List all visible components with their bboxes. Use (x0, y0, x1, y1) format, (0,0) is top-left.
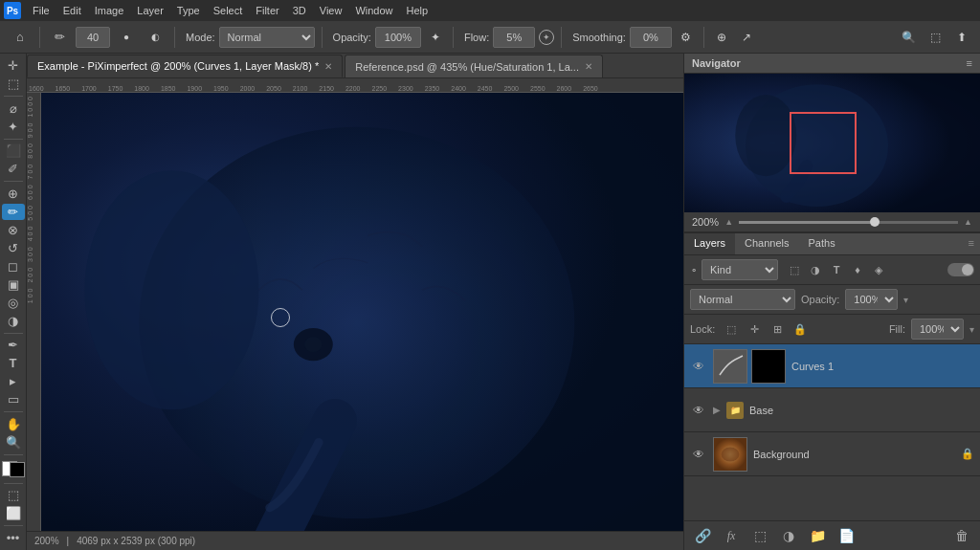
workspace-icon[interactable]: ⬚ (924, 27, 946, 48)
marquee-tool[interactable]: ⬚ (2, 76, 25, 92)
layer-vis-base[interactable]: 👁 (690, 402, 707, 419)
hand-tool[interactable]: ✋ (2, 416, 25, 432)
layer-vis-curves1[interactable]: 👁 (690, 358, 707, 375)
tab-channels[interactable]: Channels (735, 233, 798, 254)
dodge-tool[interactable]: ◑ (2, 313, 25, 329)
menu-file[interactable]: File (27, 3, 56, 18)
layer-fx-btn[interactable]: fx (721, 525, 742, 546)
opacity-pressure-icon[interactable]: ✦ (425, 27, 446, 48)
zoom-max-icon[interactable]: ▲ (964, 217, 972, 227)
smoothing-settings-icon[interactable]: ⚙ (676, 27, 697, 48)
text-tool[interactable]: T (2, 355, 25, 371)
brush-size-icon[interactable]: ● (114, 25, 139, 50)
filter-adjust-icon[interactable]: ◑ (807, 261, 824, 278)
zoom-slider[interactable] (739, 221, 958, 224)
layers-panel-options-icon[interactable]: ≡ (963, 233, 980, 254)
clone-stamp-tool[interactable]: ⊗ (2, 222, 25, 238)
menu-select[interactable]: Select (208, 3, 249, 18)
fill-select[interactable]: 100% (911, 319, 964, 340)
new-layer-btn[interactable]: 📄 (835, 525, 857, 546)
flow-pressure-icon[interactable]: ✦ (539, 30, 554, 45)
layer-item-curves1[interactable]: 👁 Curves 1 (684, 344, 980, 388)
brush-size-input[interactable] (76, 27, 110, 48)
layer-filter-select[interactable]: Kind (702, 259, 778, 280)
navigator-title: Navigator (692, 57, 741, 69)
history-brush-tool[interactable]: ↺ (2, 240, 25, 256)
shape-tool[interactable]: ▭ (2, 391, 25, 407)
layer-item-base[interactable]: 👁 ▶ 📁 Base (684, 388, 980, 432)
crop-tool[interactable]: ⬛ (2, 143, 25, 159)
filter-smart-icon[interactable]: ◈ (870, 261, 887, 278)
delete-layer-btn[interactable]: 🗑 (951, 525, 972, 546)
layer-item-background[interactable]: 👁 (684, 432, 980, 476)
opacity-input[interactable] (375, 27, 421, 48)
tab-layers[interactable]: Layers (684, 233, 735, 254)
canvas-image[interactable] (41, 93, 683, 531)
lasso-tool[interactable]: ⌀ (2, 100, 25, 117)
opacity-select[interactable]: 100% (845, 289, 898, 310)
smoothing-input[interactable] (630, 27, 672, 48)
eraser-tool[interactable]: ◻ (2, 258, 25, 275)
gradient-tool[interactable]: ▣ (2, 276, 25, 293)
share-icon[interactable]: ⬆ (951, 27, 972, 48)
blend-mode-select[interactable]: Normal (690, 289, 795, 310)
pen-tool[interactable]: ✒ (2, 337, 25, 353)
nav-viewport-rect[interactable] (790, 112, 857, 174)
brush-tool-icon[interactable]: ✏ (47, 25, 72, 50)
tool-sep-6 (4, 454, 23, 455)
path-select-tool[interactable]: ▸ (2, 373, 25, 389)
lock-all-icon[interactable]: 🔒 (791, 320, 809, 338)
add-mask-btn[interactable]: ⬚ (749, 525, 770, 546)
zoom-min-icon[interactable]: ▲ (724, 217, 733, 227)
spot-heal-tool[interactable]: ⊕ (2, 186, 25, 202)
mode-select[interactable]: Normal (219, 27, 315, 48)
flow-input[interactable] (493, 27, 535, 48)
magic-wand-tool[interactable]: ✦ (2, 119, 25, 135)
link-layers-btn[interactable]: 🔗 (692, 525, 713, 546)
menu-type[interactable]: Type (171, 3, 206, 18)
mask-mode-btn[interactable]: ⬚ (2, 487, 25, 503)
foreground-color[interactable] (2, 461, 25, 477)
brush-hardness-icon[interactable]: ◐ (143, 25, 167, 50)
menu-3d[interactable]: 3D (287, 3, 312, 18)
screen-mode-btn[interactable]: ⬜ (2, 505, 25, 521)
lock-position-icon[interactable]: ✛ (746, 320, 763, 338)
angle-icon[interactable]: ↗ (736, 27, 757, 48)
lock-artboards-icon[interactable]: ⊞ (768, 320, 786, 338)
filter-pixel-icon[interactable]: ⬚ (786, 261, 803, 278)
eyedropper-tool[interactable]: ✐ (2, 161, 25, 177)
move-tool[interactable]: ✛ (2, 57, 25, 74)
filter-text-icon[interactable]: T (828, 261, 845, 278)
menu-help[interactable]: Help (401, 3, 434, 18)
tab-paths[interactable]: Paths (799, 233, 845, 254)
tab-reference[interactable]: Reference.psd @ 435% (Hue/Saturation 1, … (345, 55, 603, 77)
filter-shape-icon[interactable]: ♦ (849, 261, 866, 278)
layer-vis-background[interactable]: 👁 (690, 446, 707, 463)
layer-expand-base[interactable]: ▶ (713, 405, 721, 415)
menu-filter[interactable]: Filter (250, 3, 284, 18)
zoom-slider-thumb[interactable] (870, 217, 880, 227)
navigator-menu-icon[interactable]: ≡ (967, 57, 972, 69)
menu-layer[interactable]: Layer (131, 3, 169, 18)
search-icon[interactable]: 🔍 (898, 27, 919, 48)
symmetry-icon[interactable]: ⊕ (711, 27, 732, 48)
navigator-preview[interactable] (684, 74, 980, 212)
toolbar-sep-2 (174, 27, 175, 48)
tab-example[interactable]: Example - PiXimperfect @ 200% (Curves 1,… (27, 55, 343, 77)
menu-edit[interactable]: Edit (57, 3, 87, 18)
menu-image[interactable]: Image (89, 3, 130, 18)
menu-view[interactable]: View (314, 3, 348, 18)
zoom-tool[interactable]: 🔍 (2, 434, 25, 451)
tab-example-close[interactable]: ✕ (324, 61, 332, 72)
blur-tool[interactable]: ◎ (2, 295, 25, 311)
canvas[interactable] (41, 93, 683, 531)
new-adjustment-btn[interactable]: ◑ (778, 525, 799, 546)
lock-pixels-icon[interactable]: ⬚ (723, 320, 740, 338)
home-button[interactable]: ⌂ (8, 25, 33, 50)
tab-reference-close[interactable]: ✕ (585, 61, 592, 72)
menu-window[interactable]: Window (349, 3, 398, 18)
more-tools-btn[interactable]: ••• (2, 530, 25, 546)
brush-tool[interactable]: ✏ (2, 204, 25, 220)
new-folder-btn[interactable]: 📁 (807, 525, 828, 546)
filter-toggle[interactable] (947, 263, 974, 276)
